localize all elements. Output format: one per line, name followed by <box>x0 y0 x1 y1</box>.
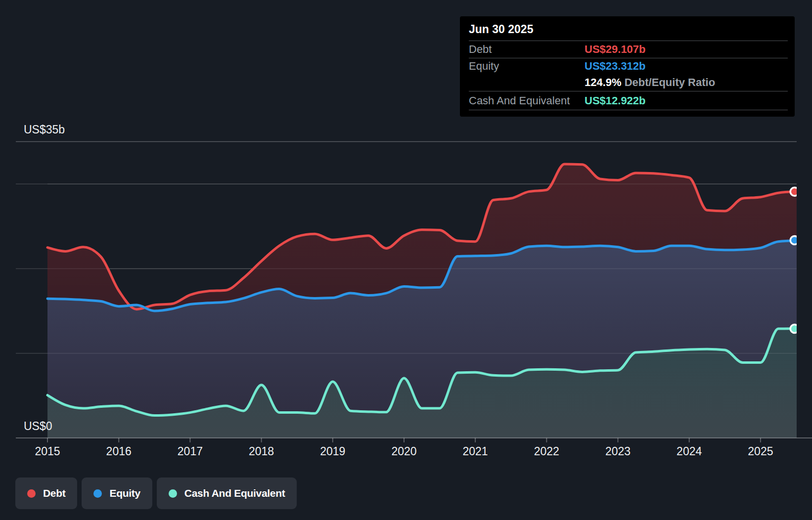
svg-text:2017: 2017 <box>178 445 203 458</box>
svg-text:2023: 2023 <box>605 445 631 458</box>
svg-text:US$0: US$0 <box>24 420 52 433</box>
svg-text:US$35b: US$35b <box>24 123 65 136</box>
svg-text:2016: 2016 <box>106 445 132 458</box>
svg-text:2025: 2025 <box>748 445 773 458</box>
svg-text:2018: 2018 <box>249 445 274 458</box>
svg-text:2019: 2019 <box>320 445 345 458</box>
svg-text:2024: 2024 <box>677 445 702 458</box>
svg-text:2020: 2020 <box>391 445 416 458</box>
svg-text:2022: 2022 <box>534 445 559 458</box>
svg-text:2015: 2015 <box>35 445 60 458</box>
svg-text:2021: 2021 <box>463 445 488 458</box>
